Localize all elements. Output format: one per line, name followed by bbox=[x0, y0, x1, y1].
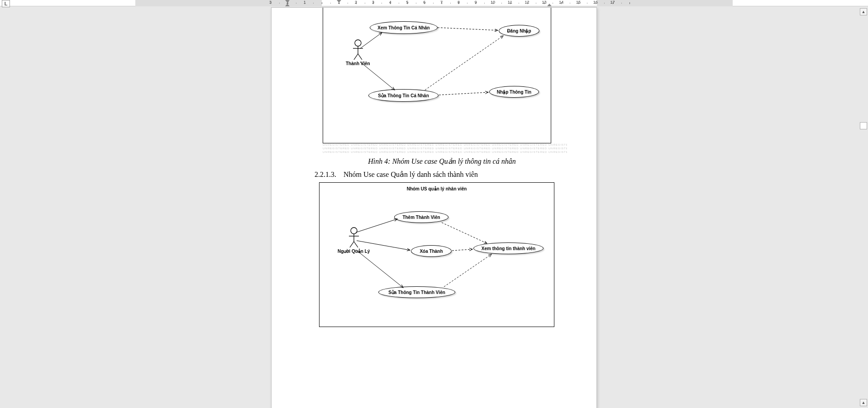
section-heading-2-2-1-3: 2.2.1.3. Nhóm Use case Quản lý danh sách… bbox=[315, 170, 569, 179]
figure-caption-4: Hình 4: Nhóm Use case Quản lý thông tin … bbox=[315, 157, 569, 166]
svg-line-3 bbox=[354, 54, 358, 60]
watermark-text: UNREGISTERED UNREGISTERED UNREGISTERED U… bbox=[323, 147, 567, 150]
usecase-view-member-info: Xem thông tin thành viên bbox=[473, 242, 544, 254]
stick-figure-icon bbox=[352, 39, 364, 60]
svg-line-17 bbox=[356, 250, 403, 288]
watermark-text: UNREGISTERED UNREGISTERED UNREGISTERED U… bbox=[323, 143, 567, 146]
usecase-input-info: Nhập Thông Tin bbox=[489, 86, 539, 98]
svg-line-14 bbox=[354, 242, 358, 247]
document-page: Thành Viên Xem Thông Tin Cá Nhân Đăng Nh… bbox=[271, 7, 597, 408]
svg-line-13 bbox=[350, 242, 354, 247]
svg-line-7 bbox=[438, 28, 498, 30]
stick-figure-icon bbox=[348, 227, 360, 248]
diagram2-title: Nhóm US quản lý nhân viên bbox=[320, 186, 554, 191]
scroll-up-button[interactable]: ▲ bbox=[860, 8, 867, 15]
document-workspace: Thành Viên Xem Thông Tin Cá Nhân Đăng Nh… bbox=[0, 6, 868, 408]
scroll-thumb-marker[interactable] bbox=[860, 122, 867, 129]
svg-point-10 bbox=[351, 228, 357, 234]
usecase-edit-personal-info: Sửa Thông Tin Cá Nhân bbox=[368, 89, 439, 102]
actor-member-label: Thành Viên bbox=[346, 61, 370, 66]
svg-line-9 bbox=[439, 92, 488, 95]
usecase-add-member: Thêm Thành Viên bbox=[394, 211, 448, 223]
usecase-view-personal-info: Xem Thông Tin Cá Nhân bbox=[370, 21, 438, 34]
actor-manager-label: Người Quản Lý bbox=[338, 249, 370, 254]
svg-point-0 bbox=[355, 40, 361, 46]
usecase-delete-member: Xóa Thành bbox=[411, 245, 452, 257]
watermark-text: UNREGISTERED UNREGISTERED UNREGISTERED U… bbox=[323, 151, 567, 153]
actor-member: Thành Viên bbox=[346, 39, 370, 66]
usecase-login: Đăng Nhập bbox=[499, 25, 539, 37]
svg-line-19 bbox=[452, 249, 472, 251]
usecase-diagram-member-management: Nhóm US quản lý nhân viên Người Quản Lý … bbox=[319, 182, 554, 327]
section-title: Nhóm Use case Quản lý danh sách thành vi… bbox=[343, 171, 478, 178]
actor-manager: Người Quản Lý bbox=[338, 227, 370, 254]
svg-line-8 bbox=[425, 36, 503, 90]
section-number: 2.2.1.3. bbox=[315, 171, 336, 178]
usecase-edit-member: Sửa Thông Tin Thành Viên bbox=[378, 286, 455, 298]
svg-line-20 bbox=[444, 254, 491, 287]
scroll-down-button[interactable]: ▲ bbox=[860, 399, 867, 406]
svg-line-6 bbox=[360, 62, 395, 90]
svg-line-4 bbox=[358, 54, 362, 60]
horizontal-ruler[interactable]: 3211234567891011121314151617 bbox=[0, 0, 868, 6]
svg-line-18 bbox=[442, 223, 487, 243]
usecase-diagram-personal-info: Thành Viên Xem Thông Tin Cá Nhân Đăng Nh… bbox=[323, 8, 551, 143]
tab-stop-indicator[interactable]: L bbox=[2, 0, 10, 7]
